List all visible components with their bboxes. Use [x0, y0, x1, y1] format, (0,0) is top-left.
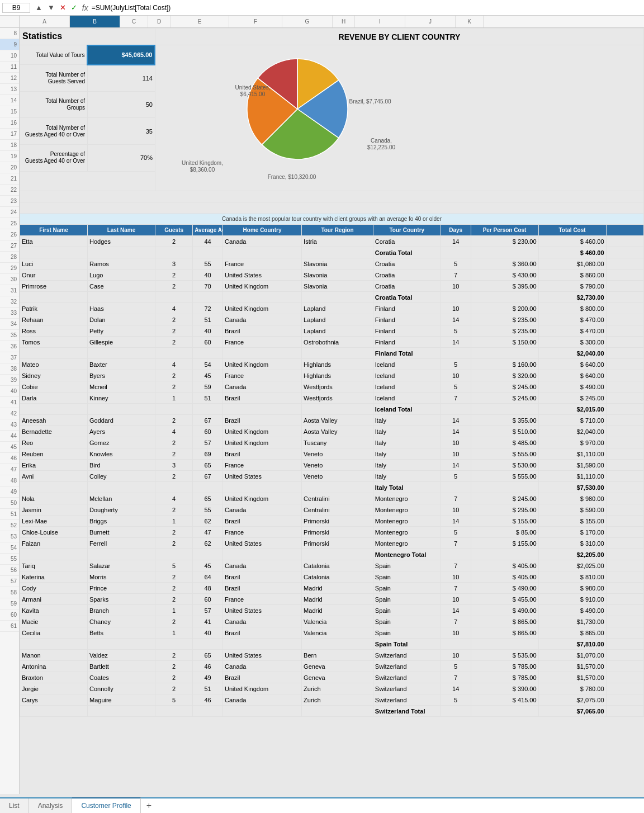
data-cell: $2,040.00	[538, 348, 606, 359]
data-cell: Croatia	[373, 281, 441, 292]
data-cell	[155, 706, 192, 717]
table-row: PatrikHaas472United KingdomLaplandFinlan…	[20, 303, 644, 314]
data-cell: France	[222, 337, 301, 348]
data-cell: 2	[155, 594, 192, 605]
data-cell: Westfjords	[302, 381, 373, 393]
grid-area: 8910111213141516171819202122232425262728…	[0, 28, 644, 794]
tab-customer-profile[interactable]: Customer Profile	[72, 797, 140, 813]
data-cell: Finland	[373, 314, 441, 325]
data-cell: $ 235.00	[471, 314, 538, 325]
data-cell	[222, 292, 301, 303]
data-cell: $ 490.00	[538, 605, 606, 616]
data-cell: $ 980.00	[538, 493, 606, 504]
data-cell: 10	[441, 504, 471, 516]
data-cell	[193, 549, 223, 560]
cell-reference-input[interactable]: B9	[2, 3, 30, 13]
formula-input[interactable]: =SUM(JulyList[Total Cost])	[92, 4, 642, 12]
data-cell: 5	[441, 694, 471, 706]
data-cell: $ 555.00	[471, 448, 538, 460]
data-cell: Canada	[222, 560, 301, 571]
data-cell: 57	[193, 605, 223, 616]
data-cell: 10	[441, 448, 471, 460]
data-cell: Byers	[87, 370, 155, 381]
header-tour-country: Tour Country	[373, 225, 441, 236]
data-cell	[222, 348, 301, 359]
data-cell: 51	[193, 314, 223, 325]
svg-text:United States,: United States,	[235, 84, 271, 91]
data-cell	[441, 482, 471, 493]
data-cell: $ 490.00	[471, 583, 538, 594]
data-cell: Goddard	[87, 415, 155, 426]
data-cell: 62	[193, 516, 223, 527]
tab-analysis[interactable]: Analysis	[29, 798, 73, 813]
data-cell: 48	[193, 583, 223, 594]
data-cell: Finland	[373, 303, 441, 314]
data-cell-k	[606, 627, 643, 639]
data-cell: Bernadette	[20, 426, 88, 437]
data-cell: 69	[193, 448, 223, 460]
data-cell-k	[606, 404, 643, 415]
table-row: MacieChaney241CanadaValenciaSpain7$ 865.…	[20, 616, 644, 627]
table-row: Iceland Total$2,015.00	[20, 404, 644, 415]
data-cell: Chaney	[87, 616, 155, 627]
data-cell: $ 355.00	[471, 415, 538, 426]
header-total-cost: Total Cost	[538, 225, 606, 236]
data-cell: Braxton	[20, 672, 88, 683]
data-cell: Spain	[373, 571, 441, 583]
data-cell: 7	[441, 493, 471, 504]
formula-bar-buttons: ▲ ▼ ✕ ✓	[34, 3, 79, 12]
stat-value-1[interactable]: $45,065.00	[87, 45, 155, 65]
data-cell: Italy	[373, 426, 441, 437]
data-cell: 1	[155, 605, 192, 616]
data-cell: Iceland Total	[373, 404, 441, 415]
data-cell: Reo	[20, 437, 88, 448]
svg-text:France, $10,320.00: France, $10,320.00	[268, 174, 316, 180]
data-cell: 10	[441, 303, 471, 314]
data-cell: Catalonia	[302, 560, 373, 571]
data-cell: 4	[155, 303, 192, 314]
data-cell: $ 470.00	[538, 325, 606, 337]
data-cell: Sidney	[20, 370, 88, 381]
data-cell: Briggs	[87, 516, 155, 527]
data-cell: 2	[155, 381, 192, 393]
data-cell: 55	[193, 504, 223, 516]
sort-up-icon[interactable]: ▲	[34, 3, 44, 12]
data-cell: Tomos	[20, 337, 88, 348]
data-cell: Coates	[87, 672, 155, 683]
table-row: LuciRamos355FranceSlavoniaCroatia5$ 360.…	[20, 258, 644, 270]
data-cell	[441, 549, 471, 560]
data-cell: Spain	[373, 605, 441, 616]
data-cell: Croatia	[373, 258, 441, 270]
data-cell: Brazil	[222, 325, 301, 337]
data-cell: 2	[155, 448, 192, 460]
data-cell: Ramos	[87, 258, 155, 270]
data-cell	[222, 482, 301, 493]
data-cell: Case	[87, 281, 155, 292]
data-cell: Brazil	[222, 571, 301, 583]
add-tab-button[interactable]: +	[141, 798, 157, 813]
data-cell: 62	[193, 538, 223, 549]
cancel-icon[interactable]: ✕	[58, 3, 68, 12]
sort-down-icon[interactable]: ▼	[46, 3, 56, 12]
grid-content: Statistics REVENUE BY CLIENT COUNTRY Tot…	[20, 28, 644, 794]
ruler-col-f: F	[229, 16, 282, 27]
data-cell: 7	[441, 560, 471, 571]
data-cell: Canada	[222, 381, 301, 393]
data-cell: Patrik	[20, 303, 88, 314]
confirm-icon[interactable]: ✓	[69, 3, 79, 12]
data-cell	[20, 706, 88, 717]
data-cell: 2	[155, 314, 192, 325]
data-cell: Iceland	[373, 381, 441, 393]
empty-row-16	[20, 202, 644, 214]
data-cell: $ 155.00	[538, 516, 606, 527]
table-row: Switzerland Total$7,065.00	[20, 706, 644, 717]
tab-list[interactable]: List	[0, 798, 29, 813]
data-cell: Switzerland	[373, 661, 441, 672]
data-cell: Bartlett	[87, 661, 155, 672]
data-cell: 2	[155, 270, 192, 281]
data-cell: Madrid	[302, 594, 373, 605]
data-cell	[20, 482, 88, 493]
data-cell	[302, 348, 373, 359]
data-cell: Maguire	[87, 694, 155, 706]
stats-header-row: Statistics REVENUE BY CLIENT COUNTRY	[20, 29, 644, 45]
